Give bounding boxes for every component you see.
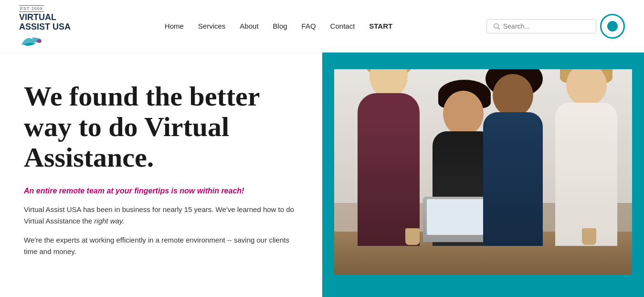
hero-body-2: We're the experts at working efficiently… [24, 234, 298, 257]
coffee-cup-2 [582, 228, 596, 245]
logo-est: EST 2009 [19, 5, 44, 12]
hero-body-1: Virtual Assist USA has been in business … [24, 204, 298, 227]
person3-body [483, 112, 543, 246]
hero-title: We found the better way to do Virtual As… [24, 81, 298, 172]
nav-about[interactable]: About [240, 22, 258, 30]
search-box [486, 19, 596, 33]
logo-text-line2: ASSIST USA [19, 22, 71, 32]
left-panel: We found the better way to do Virtual As… [0, 53, 322, 297]
main-content: We found the better way to do Virtual As… [0, 53, 644, 297]
main-nav: Home Services About Blog FAQ Contact STA… [165, 22, 392, 30]
svg-point-0 [37, 39, 42, 43]
nav-blog[interactable]: Blog [273, 22, 287, 30]
nav-contact[interactable]: Contact [330, 22, 355, 30]
right-panel [322, 53, 644, 297]
nav-home[interactable]: Home [165, 22, 184, 30]
person2-head [443, 91, 484, 136]
person1-body [358, 93, 420, 246]
logo-text-line1: VIRTUAL [19, 13, 56, 22]
search-icon [493, 22, 500, 30]
coffee-cup-1 [405, 228, 420, 245]
search-input[interactable] [503, 22, 590, 30]
search-circle-inner [607, 21, 618, 32]
hero-tagline: An entire remote team at your fingertips… [24, 187, 298, 195]
svg-point-1 [494, 23, 498, 28]
nav-faq[interactable]: FAQ [302, 22, 316, 30]
photo-scene [334, 69, 633, 275]
hero-body-1-prefix: Virtual Assist USA has been in business … [24, 205, 294, 225]
person3-head [493, 74, 533, 117]
hero-body-1-italic: right way. [94, 217, 124, 225]
team-photo [334, 69, 633, 275]
search-circle-button[interactable] [600, 14, 625, 39]
svg-line-2 [498, 28, 500, 30]
logo[interactable]: EST 2009 VIRTUAL ASSIST USA [19, 5, 71, 47]
site-header: EST 2009 VIRTUAL ASSIST USA Home Service… [0, 0, 644, 53]
person4-body [555, 103, 617, 246]
nav-services[interactable]: Services [198, 22, 226, 30]
search-area [486, 14, 625, 39]
logo-bird-icon [19, 32, 45, 47]
nav-start[interactable]: START [369, 22, 392, 30]
